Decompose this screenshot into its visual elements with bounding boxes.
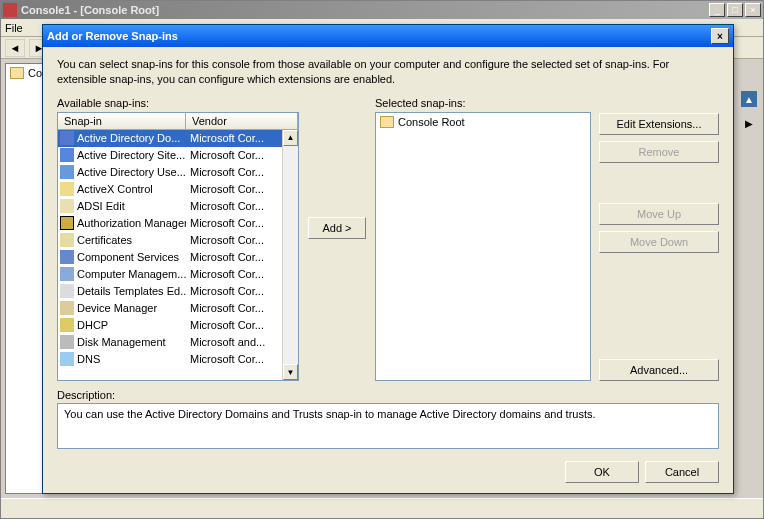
snapin-name: Details Templates Ed... xyxy=(77,285,186,297)
available-label: Available snap-ins: xyxy=(57,97,299,109)
close-button[interactable]: × xyxy=(745,3,761,17)
snapin-name: Active Directory Use... xyxy=(77,166,186,178)
mmc-title: Console1 - [Console Root] xyxy=(21,4,707,16)
available-column: Available snap-ins: Snap-in Vendor Activ… xyxy=(57,97,299,381)
snapin-row[interactable]: ADSI EditMicrosoft Cor... xyxy=(58,198,298,215)
dialog-intro-text: You can select snap-ins for this console… xyxy=(57,57,719,87)
snapin-row[interactable]: Active Directory Use...Microsoft Cor... xyxy=(58,164,298,181)
minimize-button[interactable]: _ xyxy=(709,3,725,17)
snapin-vendor: Microsoft Cor... xyxy=(186,234,282,246)
snapin-icon xyxy=(60,233,74,247)
scroll-track[interactable] xyxy=(283,146,298,364)
selected-root-label: Console Root xyxy=(398,116,465,128)
snapin-row[interactable]: Active Directory Do...Microsoft Cor... xyxy=(58,130,298,147)
header-snapin[interactable]: Snap-in xyxy=(58,113,186,129)
snapin-vendor: Microsoft Cor... xyxy=(186,285,282,297)
folder-icon xyxy=(380,116,394,128)
action-buttons-column: Edit Extensions... Remove Move Up Move D… xyxy=(599,97,719,381)
snapin-icon xyxy=(60,318,74,332)
snapin-vendor: Microsoft Cor... xyxy=(186,319,282,331)
snapin-row[interactable]: Component ServicesMicrosoft Cor... xyxy=(58,249,298,266)
selected-snapins-tree[interactable]: Console Root xyxy=(375,112,591,381)
snapin-vendor: Microsoft Cor... xyxy=(186,353,282,365)
snapin-name: Active Directory Site... xyxy=(77,149,185,161)
dialog-titlebar[interactable]: Add or Remove Snap-ins × xyxy=(43,25,733,47)
snapin-name: DNS xyxy=(77,353,100,365)
snapin-icon xyxy=(60,250,74,264)
description-text: You can use the Active Directory Domains… xyxy=(64,408,596,420)
dialog-body: You can select snap-ins for this console… xyxy=(43,47,733,455)
snapin-vendor: Microsoft Cor... xyxy=(186,200,282,212)
snapin-name: Computer Managem... xyxy=(77,268,186,280)
dialog-footer: OK Cancel xyxy=(43,455,733,493)
status-bar xyxy=(1,498,763,518)
snapin-vendor: Microsoft Cor... xyxy=(186,149,282,161)
snapin-vendor: Microsoft Cor... xyxy=(186,183,282,195)
snapin-name: Component Services xyxy=(77,251,179,263)
snapin-vendor: Microsoft Cor... xyxy=(186,132,282,144)
snapin-vendor: Microsoft Cor... xyxy=(186,251,282,263)
advanced-button[interactable]: Advanced... xyxy=(599,359,719,381)
snapin-row[interactable]: DNSMicrosoft Cor... xyxy=(58,351,298,368)
selected-label: Selected snap-ins: xyxy=(375,97,591,109)
snapin-name: Authorization Manager xyxy=(77,217,186,229)
snapin-vendor: Microsoft Cor... xyxy=(186,217,282,229)
selected-column: Selected snap-ins: Console Root xyxy=(375,97,591,381)
snapin-name: Device Manager xyxy=(77,302,157,314)
middle-column: Add > xyxy=(307,97,367,381)
snapin-row[interactable]: ActiveX ControlMicrosoft Cor... xyxy=(58,181,298,198)
snapin-row[interactable]: Active Directory Site...Microsoft Cor... xyxy=(58,147,298,164)
list-rows[interactable]: Active Directory Do...Microsoft Cor...Ac… xyxy=(58,130,298,380)
cancel-button[interactable]: Cancel xyxy=(645,461,719,483)
snapin-icon xyxy=(60,352,74,366)
snapin-icon xyxy=(60,182,74,196)
scroll-up-icon[interactable]: ▲ xyxy=(283,130,298,146)
toolbar-back-icon[interactable]: ◄ xyxy=(5,39,25,57)
menu-file[interactable]: File xyxy=(5,22,23,34)
snapin-row[interactable]: Computer Managem...Microsoft Cor... xyxy=(58,266,298,283)
move-down-button[interactable]: Move Down xyxy=(599,231,719,253)
snapin-vendor: Microsoft Cor... xyxy=(186,166,282,178)
available-snapins-list[interactable]: Snap-in Vendor Active Directory Do...Mic… xyxy=(57,112,299,381)
snapin-row[interactable]: Authorization ManagerMicrosoft Cor... xyxy=(58,215,298,232)
snapin-name: ADSI Edit xyxy=(77,200,125,212)
ok-button[interactable]: OK xyxy=(565,461,639,483)
action-pane-arrows: ▲ ▶ xyxy=(741,91,757,131)
folder-icon xyxy=(10,67,24,79)
snapin-row[interactable]: Device ManagerMicrosoft Cor... xyxy=(58,300,298,317)
description-box: You can use the Active Directory Domains… xyxy=(57,403,719,449)
snapin-name: DHCP xyxy=(77,319,108,331)
dialog-close-button[interactable]: × xyxy=(711,28,729,44)
snapin-name: Disk Management xyxy=(77,336,166,348)
snapin-vendor: Microsoft Cor... xyxy=(186,268,282,280)
snapin-icon xyxy=(60,301,74,315)
move-up-button[interactable]: Move Up xyxy=(599,203,719,225)
list-scrollbar[interactable]: ▲ ▼ xyxy=(282,130,298,380)
header-vendor[interactable]: Vendor xyxy=(186,113,298,129)
snapin-name: Certificates xyxy=(77,234,132,246)
expand-right-icon[interactable]: ▶ xyxy=(741,115,757,131)
snapin-row[interactable]: CertificatesMicrosoft Cor... xyxy=(58,232,298,249)
snapin-icon xyxy=(60,335,74,349)
snapin-icon xyxy=(60,148,74,162)
remove-button[interactable]: Remove xyxy=(599,141,719,163)
add-button[interactable]: Add > xyxy=(308,217,366,239)
dialog-title: Add or Remove Snap-ins xyxy=(47,30,711,42)
snapin-row[interactable]: Details Templates Ed...Microsoft Cor... xyxy=(58,283,298,300)
description-label: Description: xyxy=(57,389,719,401)
snapin-name: Active Directory Do... xyxy=(77,132,180,144)
snapin-icon xyxy=(60,199,74,213)
selected-console-root[interactable]: Console Root xyxy=(378,115,588,129)
maximize-button[interactable]: □ xyxy=(727,3,743,17)
snapin-icon xyxy=(60,165,74,179)
snapin-icon xyxy=(60,284,74,298)
list-header: Snap-in Vendor xyxy=(58,113,298,130)
edit-extensions-button[interactable]: Edit Extensions... xyxy=(599,113,719,135)
collapse-up-icon[interactable]: ▲ xyxy=(741,91,757,107)
snapin-row[interactable]: DHCPMicrosoft Cor... xyxy=(58,317,298,334)
mmc-titlebar[interactable]: Console1 - [Console Root] _ □ × xyxy=(1,1,763,19)
add-remove-snapins-dialog: Add or Remove Snap-ins × You can select … xyxy=(42,24,734,494)
scroll-down-icon[interactable]: ▼ xyxy=(283,364,298,380)
snapin-icon xyxy=(60,131,74,145)
snapin-row[interactable]: Disk ManagementMicrosoft and... xyxy=(58,334,298,351)
